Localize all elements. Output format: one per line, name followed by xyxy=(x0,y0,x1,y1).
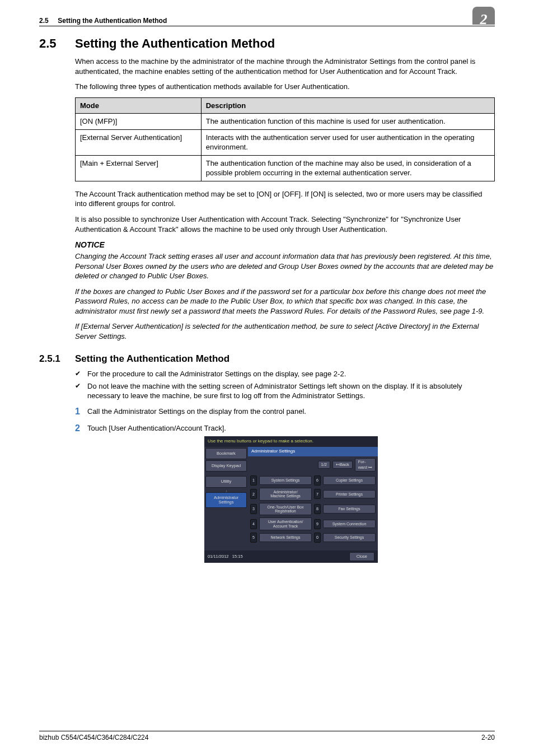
menu-key[interactable]: 3 xyxy=(250,504,257,514)
page-indicator: 1/2 xyxy=(318,461,330,469)
mfp-time: 15:15 xyxy=(232,554,243,559)
section-title: Setting the Authentication Method xyxy=(75,36,275,50)
sidebar-item-display-keypad[interactable]: Display Keypad xyxy=(205,460,247,472)
page-footer: bizhub C554/C454/C364/C284/C224 2-20 xyxy=(39,731,495,741)
prereq-list: For the procedure to call the Administra… xyxy=(75,369,495,401)
procedure-steps: Call the Administrator Settings on the d… xyxy=(75,407,495,563)
mfp-hint-bar: Use the menu buttons or keypad to make a… xyxy=(204,436,378,447)
list-item: For the procedure to call the Administra… xyxy=(75,369,495,379)
footer-model: bizhub C554/C454/C364/C284/C224 xyxy=(39,734,148,741)
chapter-number: 2 xyxy=(480,12,488,27)
menu-item-printer-settings[interactable]: Printer Settings xyxy=(323,490,376,498)
paragraph: It is also possible to synchronize User … xyxy=(75,214,495,234)
table-cell-mode: [External Server Authentication] xyxy=(76,129,202,155)
menu-item-system-settings[interactable]: System Settings xyxy=(259,476,312,484)
intro-paragraph-2: The following three types of authenticat… xyxy=(75,82,495,92)
menu-key[interactable]: 9 xyxy=(314,519,321,529)
back-button[interactable]: ↤Back xyxy=(332,461,353,469)
menu-item-security-settings[interactable]: Security Settings xyxy=(323,533,376,542)
chevron-down-icon: ↓ xyxy=(205,489,247,491)
intro-paragraph-1: When access to the machine by the admini… xyxy=(75,57,495,76)
menu-item-admin-machine-settings[interactable]: Administrator/ Machine Settings xyxy=(259,488,312,501)
menu-key[interactable]: 1 xyxy=(250,475,257,486)
running-head-section: 2.5 xyxy=(39,17,49,25)
menu-key[interactable]: 4 xyxy=(250,519,257,529)
subsection-heading: 2.5.1Setting the Authentication Method xyxy=(39,353,495,365)
menu-key[interactable]: 0 xyxy=(314,533,321,543)
table-cell-mode: [ON (MFP)] xyxy=(76,114,202,130)
table-row: [ON (MFP)] The authentication function o… xyxy=(76,114,495,130)
table-head-mode: Mode xyxy=(76,97,202,114)
step-item: Touch [User Authentication/Account Track… xyxy=(75,423,495,563)
menu-item-onetouch-userbox[interactable]: One-Touch/User Box Registration xyxy=(259,503,312,516)
table-row: [Main + External Server] The authenticat… xyxy=(76,155,495,181)
menu-item-copier-settings[interactable]: Copier Settings xyxy=(323,476,376,484)
menu-item-system-connection[interactable]: System Connection xyxy=(323,520,376,528)
mfp-sidebar: Bookmark Display Keypad Utility ↓ Admini… xyxy=(204,447,248,550)
mfp-title-bar: Administrator Settings xyxy=(248,447,378,456)
menu-key[interactable]: 2 xyxy=(250,489,257,499)
subsection-number: 2.5.1 xyxy=(39,353,75,365)
footer-page-number: 2-20 xyxy=(481,734,495,741)
menu-item-user-auth-account-track[interactable]: User Authentication/ Account Track xyxy=(259,517,312,530)
table-cell-desc: The authentication function of this mach… xyxy=(201,114,494,130)
mfp-pager: 1/2 ↤Back For- ward ↦ xyxy=(248,456,378,473)
mfp-footer: 01/11/2012 15:15 Close xyxy=(204,550,378,563)
running-head: 2.5 Setting the Authentication Method xyxy=(39,17,495,26)
mfp-screenshot: Use the menu buttons or keypad to make a… xyxy=(204,436,378,563)
subsection-title: Setting the Authentication Method xyxy=(75,353,229,364)
table-cell-desc: Interacts with the authentication server… xyxy=(201,129,494,155)
menu-key[interactable]: 7 xyxy=(314,489,321,499)
mfp-date: 01/11/2012 xyxy=(208,554,229,559)
chapter-badge: 2 xyxy=(472,7,495,25)
close-button[interactable]: Close xyxy=(349,552,374,561)
notice-paragraph: Changing the Account Track setting erase… xyxy=(75,251,495,281)
running-head-title: Setting the Authentication Method xyxy=(58,17,167,25)
forward-button[interactable]: For- ward ↦ xyxy=(355,458,376,472)
menu-key[interactable]: 8 xyxy=(314,504,321,514)
notice-paragraph: If [External Server Authentication] is s… xyxy=(75,321,495,341)
section-heading: 2.5Setting the Authentication Method xyxy=(39,36,495,51)
table-row: [External Server Authentication] Interac… xyxy=(76,129,495,155)
table-cell-mode: [Main + External Server] xyxy=(76,155,202,181)
sidebar-item-administrator-settings[interactable]: Administrator Settings xyxy=(205,492,247,508)
menu-key[interactable]: 5 xyxy=(250,533,257,543)
notice-label: NOTICE xyxy=(75,240,495,250)
mfp-main: Administrator Settings 1/2 ↤Back For- wa… xyxy=(248,447,378,550)
mfp-menu-grid: 1System Settings 6Copier Settings 2Admin… xyxy=(248,473,378,545)
list-item: Do not leave the machine with the settin… xyxy=(75,381,495,401)
sidebar-item-utility[interactable]: Utility xyxy=(205,476,247,487)
step-text: Touch [User Authentication/Account Track… xyxy=(87,424,226,432)
menu-item-fax-settings[interactable]: Fax Settings xyxy=(323,505,376,513)
notice-paragraph: If the boxes are changed to Public User … xyxy=(75,287,495,316)
paragraph: The Account Track authentication method … xyxy=(75,189,495,209)
section-number: 2.5 xyxy=(39,36,75,51)
step-item: Call the Administrator Settings on the d… xyxy=(75,407,495,417)
menu-key[interactable]: 6 xyxy=(314,475,321,486)
auth-modes-table: Mode Description [ON (MFP)] The authenti… xyxy=(75,97,495,181)
table-cell-desc: The authentication function of the machi… xyxy=(201,155,494,181)
menu-item-network-settings[interactable]: Network Settings xyxy=(259,533,312,542)
sidebar-item-bookmark[interactable]: Bookmark xyxy=(205,448,247,459)
table-head-description: Description xyxy=(201,97,494,114)
